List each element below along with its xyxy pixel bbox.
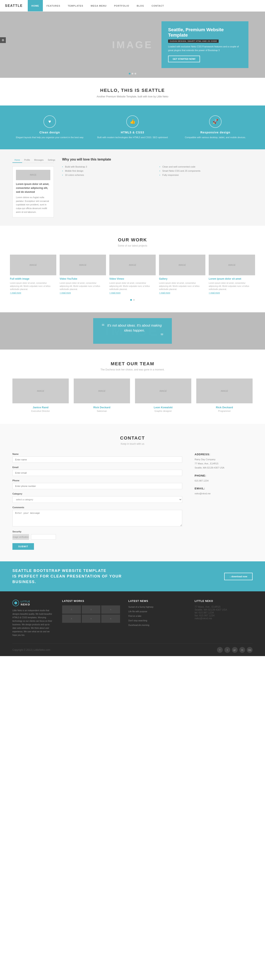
news-item-0[interactable]: Sunset of a Sunny highway — [128, 606, 153, 608]
news-item-4[interactable]: Ducehead.dm.morning — [128, 624, 149, 626]
hero-description: Loaded with exclusive Neko CSS Framework… — [168, 45, 242, 52]
work-link-1[interactable]: + read more — [60, 292, 71, 294]
feature-item-1: 👍 HTML5 & CSS3 Built with modern technol… — [95, 115, 170, 139]
quote-section: IMAGE ❝ It's not about ideas. It's about… — [0, 312, 265, 350]
social-rss-icon[interactable]: rss — [247, 647, 252, 653]
why-tab-profile[interactable]: Profile — [22, 158, 32, 163]
why-title: Why you will love this template — [62, 158, 252, 161]
work-dot-2[interactable] — [133, 299, 135, 301]
logo-icon — [13, 600, 19, 606]
feature-title-1: HTML5 & CSS3 — [95, 131, 170, 134]
footer-thumb-1[interactable]: A — [82, 605, 101, 614]
work-title: OUR WORK — [8, 237, 257, 243]
hero-dot-3[interactable] — [134, 73, 136, 75]
work-title-3: Gallery — [159, 277, 205, 280]
hero-dot-1[interactable] — [129, 73, 131, 75]
hero-section: IMAGE Seattle, Premium Website Template … — [0, 11, 265, 78]
contact-info: Address: Rainy Day Company77 Mass. Ave.,… — [195, 453, 252, 550]
quote-text: It's not about ideas. It's about making … — [101, 323, 164, 333]
comments-textarea[interactable] — [13, 510, 182, 527]
hero-title: Seattle, Premium Website Template — [168, 27, 242, 38]
name-field-group: Name — [13, 453, 182, 463]
team-item-0: IMAGE Janice Rand Executive Director — [13, 379, 69, 412]
security-label: Security — [13, 530, 182, 533]
team-img-2: IMAGE — [135, 379, 191, 403]
footer-little-neko: Little NEKO 77 Mass. Ave., E14R15 Seattl… — [195, 600, 252, 637]
why-tab-home[interactable]: Home — [13, 158, 22, 163]
work-desc-1: Lorem ipsum dolor sit amet, consectetur … — [60, 282, 106, 291]
work-link-3[interactable]: + read more — [159, 292, 170, 294]
social-facebook-icon[interactable]: f — [217, 647, 223, 653]
nav-link-portfolio[interactable]: PORTFOLIO — [110, 0, 133, 11]
footer-thumb-3[interactable]: A — [62, 614, 81, 623]
work-subtitle: Some of our latest projects — [8, 244, 257, 247]
feature-title-2: Responsive design — [178, 131, 252, 134]
captcha-label: image verification — [13, 536, 29, 538]
nav-link-templates[interactable]: TEMPLATES — [64, 0, 87, 11]
email-title: Email: — [195, 487, 252, 490]
email-input[interactable] — [13, 470, 182, 476]
team-section: MEET OUR TEAM The Duchess took her choic… — [0, 350, 265, 424]
captcha-input[interactable] — [31, 534, 56, 539]
team-item-1: IMAGE Rick Deckard Salesman — [74, 379, 130, 412]
why-col-1: Clean and well commented codeSmart Neko … — [160, 165, 252, 177]
navbar: SEATTLE HOMEFEATURESTEMPLATESMEGA MENUPO… — [0, 0, 265, 11]
why-tab-settings[interactable]: Settings — [46, 158, 57, 163]
phone-input[interactable] — [13, 483, 182, 489]
feature-icon-2: 🚀 — [209, 115, 222, 128]
work-item-4: IMAGE Lorem ipsum dolor sit amet Lorem i… — [207, 255, 257, 294]
footer-thumb-2[interactable]: A — [101, 605, 120, 614]
work-dot-1[interactable] — [130, 299, 132, 301]
cta-download-button[interactable]: ↓ download now — [224, 573, 252, 580]
footer-brand: LITTLE NEKO Little Neko is an independen… — [13, 600, 54, 637]
news-item-2[interactable]: Find on a lake — [128, 615, 141, 617]
team-role-1: Salesman — [74, 410, 130, 412]
work-img-3: IMAGE — [159, 255, 205, 275]
work-header: OUR WORK Some of our latest projects — [8, 237, 257, 247]
footer: LITTLE NEKO Little Neko is an independen… — [0, 591, 265, 656]
hero-cta-button[interactable]: Get started now! — [168, 56, 200, 62]
work-title-2: Video Vimeo — [109, 277, 156, 280]
footer-logo: LITTLE NEKO — [13, 600, 54, 606]
team-name-2: Leon Kowalski — [135, 406, 191, 409]
nav-link-mega menu[interactable]: MEGA MENU — [87, 0, 110, 11]
news-item-3[interactable]: Don't stop searching — [128, 619, 147, 622]
footer-thumb-4[interactable]: A — [82, 614, 101, 623]
settings-button[interactable]: ⚙ — [0, 37, 6, 43]
why-tab-messages[interactable]: Messages — [32, 158, 46, 163]
cta-banner: SEATTLE BOOTSTRAP WEBSITE TEMPLATE IS PE… — [0, 562, 265, 591]
work-link-4[interactable]: + read more — [209, 292, 220, 294]
social-googleplus-icon[interactable]: g+ — [232, 647, 238, 653]
contact-inner: Name Email Phone Category select a categ… — [13, 453, 252, 550]
tab-image: IMAGE — [16, 170, 50, 180]
category-field-group: Category select a category General Suppo… — [13, 493, 182, 503]
news-item-1[interactable]: Life fits with purpose — [128, 610, 147, 612]
why-cols: Build with Bootstrap 3Mobile first desig… — [62, 165, 252, 177]
work-link-0[interactable]: + read more — [10, 292, 21, 294]
contact-subtitle: Keep in touch with us — [13, 442, 252, 445]
hero-dot-2[interactable] — [132, 73, 133, 75]
team-header: MEET OUR TEAM The Duchess took her choic… — [13, 361, 252, 371]
work-link-2[interactable]: + read more — [109, 292, 120, 294]
footer-latest-news: Latest news Sunset of a Sunny highwayLif… — [128, 600, 186, 637]
submit-button[interactable]: Submit — [13, 543, 34, 550]
nav-link-home[interactable]: HOME — [28, 0, 43, 11]
team-name-3: Rick Deckard — [196, 406, 252, 409]
social-twitter-icon[interactable]: t — [224, 647, 230, 653]
work-item-0: IMAGE Full width image Lorem ipsum dolor… — [8, 255, 58, 294]
work-desc-3: Lorem ipsum dolor sit amet, consectetur … — [159, 282, 205, 291]
little-neko-info: 77 Mass. Ave., E14R15 Seattle, MA 02139-… — [195, 605, 252, 620]
work-desc-0: Lorem ipsum dolor sit amet, consectetur … — [10, 282, 56, 291]
features-grid: ♥ Clean design Elegant layouts that help… — [13, 115, 252, 139]
category-select[interactable]: select a category General Support Sales — [13, 496, 182, 503]
tab-content-title: Lorem ipsum dolor sit amet, consectetur … — [16, 182, 50, 194]
social-linkedin-icon[interactable]: in — [239, 647, 245, 653]
nav-link-blog[interactable]: BLOG — [133, 0, 148, 11]
work-section: OUR WORK Some of our latest projects IMA… — [0, 226, 265, 312]
address-content: Rainy Day Company77 Mass. Ave., E14R15Se… — [195, 458, 252, 470]
name-input[interactable] — [13, 457, 182, 463]
nav-link-features[interactable]: FEATURES — [43, 0, 64, 11]
footer-thumb-5[interactable]: A — [101, 614, 120, 623]
nav-link-contact[interactable]: CONTACT — [148, 0, 168, 11]
footer-thumb-0[interactable]: A — [62, 605, 81, 614]
